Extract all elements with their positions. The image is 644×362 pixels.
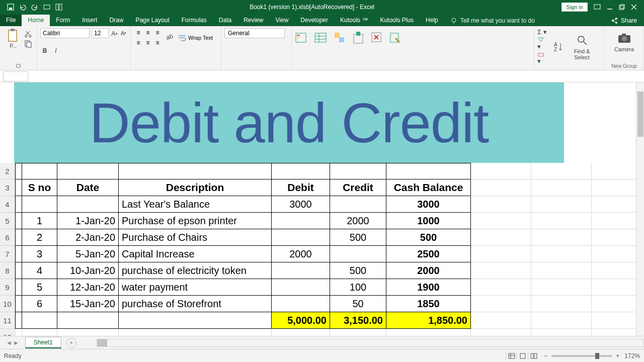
cell-balance[interactable]: 1900 [386,279,471,296]
table-header[interactable]: Date [57,179,119,196]
cell-description[interactable]: Last Year's Balance [119,196,272,213]
tab-formulas[interactable]: Formulas [176,15,213,26]
worksheet-area[interactable]: Debit and Credit 23456789101112 S noDate… [0,82,644,336]
empty-cell[interactable] [119,329,272,336]
cell-debit[interactable] [272,296,330,312]
align-top-icon[interactable]: ≡ [134,28,143,37]
add-sheet-button[interactable]: + [66,338,76,348]
page-layout-view-icon[interactable] [517,351,528,360]
wrap-text-button[interactable]: Wrap Text [178,34,213,41]
tab-page-layout[interactable]: Page Layout [129,15,175,26]
redo-icon[interactable] [31,4,38,11]
cell-date[interactable]: 10-Jan-20 [57,262,119,279]
cell-credit[interactable] [330,196,386,213]
close-icon[interactable] [631,4,640,10]
cell-blank[interactable] [15,213,22,229]
cell-blank[interactable] [15,262,22,279]
cell-blank[interactable] [119,163,272,179]
qat-icon-1[interactable] [43,4,50,11]
align-center-icon[interactable]: ≡ [143,38,152,47]
tab-developer[interactable]: Developer [294,15,334,26]
tab-form[interactable]: Form [50,15,76,26]
row-header[interactable]: 8 [0,262,15,279]
empty-cell[interactable] [471,329,531,336]
conditional-formatting-icon[interactable] [295,31,309,45]
align-middle-icon[interactable]: ≡ [143,28,152,37]
italic-button[interactable]: I [51,46,60,56]
empty-cell[interactable] [531,262,592,279]
align-bottom-icon[interactable]: ≡ [153,28,162,37]
bold-button[interactable]: B [40,46,49,56]
cell-total-balance[interactable]: 1,850.00 [386,312,471,329]
tell-me-search[interactable]: Tell me what you want to do [444,15,541,26]
tab-home[interactable]: Home [22,15,50,26]
row-header[interactable]: 11 [0,312,15,329]
tab-nav-prev-icon[interactable]: ◄ [6,339,12,346]
cell-blank[interactable] [15,229,22,246]
qat-icon-2[interactable] [55,4,62,11]
cell-blank[interactable] [119,312,272,329]
paste-button[interactable]: P... [3,28,23,49]
decrease-font-icon[interactable]: A▾ [120,28,128,38]
row-header[interactable]: 10 [0,296,15,312]
clear-icon[interactable]: ▾ [537,51,547,65]
maximize-icon[interactable] [619,4,625,10]
cell-balance[interactable]: 3000 [386,196,471,213]
cell-blank[interactable] [15,312,22,329]
cell-credit[interactable]: 50 [330,296,386,312]
delete-cells-icon[interactable] [370,31,383,45]
empty-cell[interactable] [531,213,592,229]
cell-credit[interactable]: 2000 [330,213,386,229]
tab-kutools-plus[interactable]: Kutools Plus [374,15,420,26]
empty-cell[interactable] [471,296,531,312]
cell-balance[interactable]: 1850 [386,296,471,312]
empty-cell[interactable] [471,279,531,296]
orientation-icon[interactable]: ab [165,32,175,44]
format-cells-icon[interactable] [388,31,401,45]
cell-debit[interactable] [272,262,330,279]
cell-blank[interactable] [386,163,471,179]
cell-credit[interactable]: 500 [330,229,386,246]
cell-sno[interactable]: 4 [22,262,57,279]
tab-nav-next-icon[interactable]: ► [13,339,19,346]
cell-description[interactable]: Purchase of epson printer [119,213,272,229]
tab-draw[interactable]: Draw [103,15,129,26]
cell-date[interactable]: 2-Jan-20 [57,229,119,246]
empty-cell[interactable] [57,329,119,336]
row-header[interactable]: 2 [0,163,15,179]
empty-cell[interactable] [531,179,592,196]
empty-cell[interactable] [471,213,531,229]
cell-blank[interactable] [15,196,22,213]
cell-sno[interactable]: 3 [22,246,57,262]
empty-cell[interactable] [471,246,531,262]
cell-sno[interactable]: 2 [22,229,57,246]
row-header[interactable]: 4 [0,196,15,213]
empty-cell[interactable] [15,329,22,336]
cell-date[interactable]: 15-Jan-20 [57,296,119,312]
table-header[interactable]: Cash Balance [386,179,471,196]
cell-credit[interactable] [330,246,386,262]
empty-cell[interactable] [386,329,471,336]
cell-date[interactable]: 5-Jan-20 [57,246,119,262]
cell-blank[interactable] [15,279,22,296]
empty-cell[interactable] [531,296,592,312]
cell-blank[interactable] [22,312,57,329]
cell-debit[interactable] [272,279,330,296]
cell-date[interactable]: 12-Jan-20 [57,279,119,296]
format-table-icon[interactable] [314,31,328,45]
share-button[interactable]: Share [604,15,644,26]
cut-icon[interactable] [24,30,32,38]
cell-description[interactable]: purchase of electricity token [119,262,272,279]
page-break-view-icon[interactable] [528,351,539,360]
empty-cell[interactable] [22,329,57,336]
tab-kutools[interactable]: Kutools ™ [334,15,374,26]
cell-blank[interactable] [15,246,22,262]
cell-blank[interactable] [57,163,119,179]
row-header[interactable]: 7 [0,246,15,262]
horizontal-scrollbar[interactable] [97,339,644,347]
cell-blank[interactable] [57,312,119,329]
empty-cell[interactable] [471,312,531,329]
increase-font-icon[interactable]: A▴ [111,28,118,38]
empty-cell[interactable] [531,279,592,296]
undo-icon[interactable] [19,4,26,11]
